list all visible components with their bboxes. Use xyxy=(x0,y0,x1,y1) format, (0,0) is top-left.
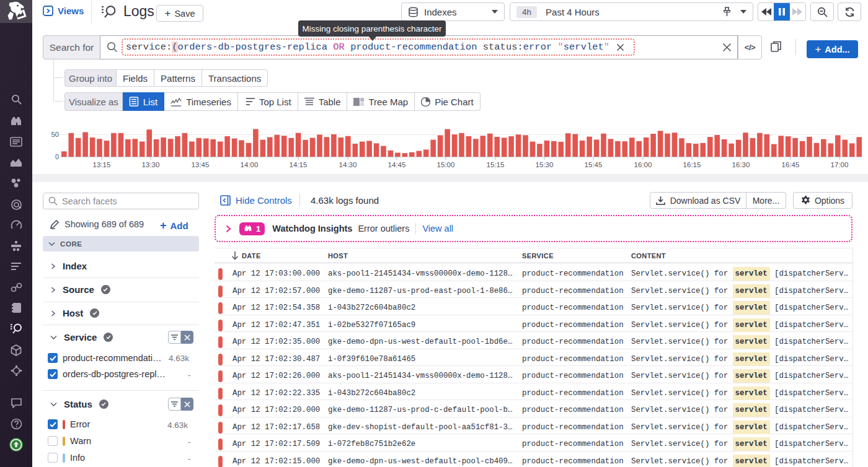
svg-text:15:15: 15:15 xyxy=(487,161,505,168)
svg-text:16:15: 16:15 xyxy=(683,161,701,168)
svg-text:14:45: 14:45 xyxy=(388,161,406,168)
svg-text:15:00: 15:00 xyxy=(437,161,455,168)
svg-text:16:00: 16:00 xyxy=(634,161,652,168)
svg-text:14:30: 14:30 xyxy=(339,161,357,168)
svg-text:13:15: 13:15 xyxy=(93,161,111,168)
svg-text:13:30: 13:30 xyxy=(142,161,160,168)
svg-text:14:00: 14:00 xyxy=(241,161,259,168)
svg-text:50: 50 xyxy=(51,131,59,138)
svg-text:14:15: 14:15 xyxy=(290,161,308,168)
svg-text:16:30: 16:30 xyxy=(732,161,750,168)
svg-text:16:45: 16:45 xyxy=(782,161,800,168)
svg-text:13:45: 13:45 xyxy=(192,161,210,168)
svg-text:15:30: 15:30 xyxy=(536,161,554,168)
svg-text:0: 0 xyxy=(55,153,59,160)
svg-text:17:00: 17:00 xyxy=(831,161,849,168)
svg-text:15:45: 15:45 xyxy=(585,161,603,168)
